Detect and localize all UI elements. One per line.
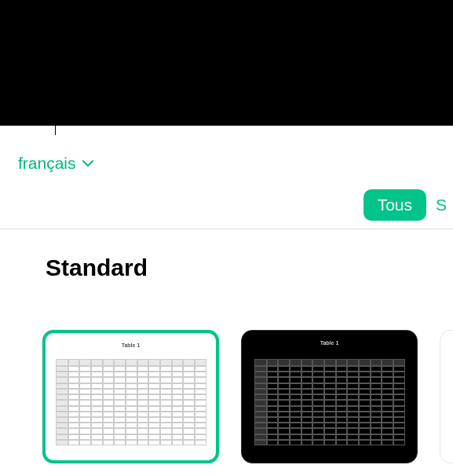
chevron-down-icon bbox=[82, 160, 93, 167]
language-label: français bbox=[18, 154, 76, 173]
spreadsheet-grid-icon bbox=[254, 359, 405, 445]
language-row: français bbox=[0, 126, 453, 181]
spreadsheet-grid-icon bbox=[56, 359, 206, 445]
annotation-callout-line bbox=[55, 93, 56, 135]
template-thumb-title: Table 1 bbox=[320, 340, 339, 346]
template-card-partial[interactable] bbox=[440, 330, 453, 463]
templates-row: Table 1 Table 1 bbox=[0, 281, 453, 463]
section-heading-standard: Standard bbox=[0, 229, 453, 281]
filter-tabs-row: Tous S bbox=[0, 181, 453, 229]
language-selector[interactable]: français bbox=[18, 154, 93, 173]
window-top-blackspace bbox=[0, 0, 453, 126]
filter-next-partial[interactable]: S bbox=[436, 196, 447, 214]
template-card-blank-light[interactable]: Table 1 bbox=[42, 330, 219, 463]
template-card-blank-dark[interactable]: Table 1 bbox=[241, 330, 418, 463]
template-thumb-title: Table 1 bbox=[122, 342, 141, 348]
template-chooser-panel: français Tous S Standard Table 1 Table 1 bbox=[0, 126, 453, 476]
filter-all-button[interactable]: Tous bbox=[363, 189, 426, 221]
